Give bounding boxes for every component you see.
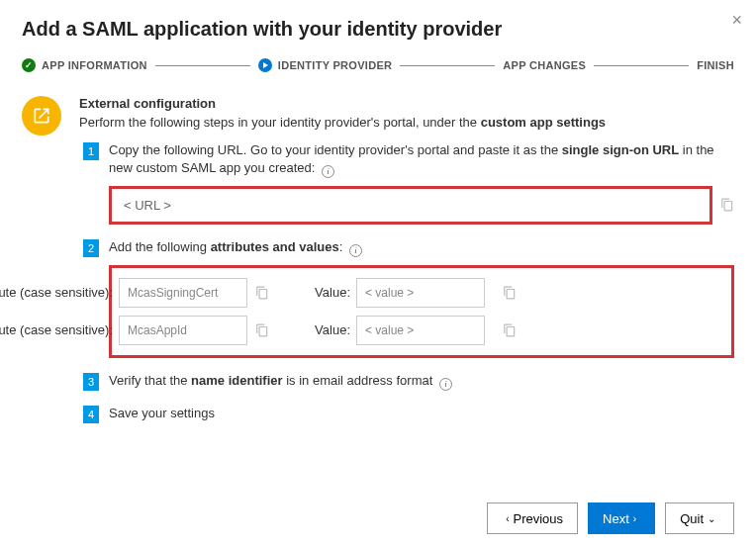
step-number-4: 4 [83, 406, 99, 423]
external-link-icon [22, 96, 61, 136]
chevron-down-icon: ⌄ [708, 513, 715, 524]
step-number-3: 3 [83, 373, 99, 391]
copy-icon[interactable] [503, 286, 517, 300]
quit-button[interactable]: Quit⌄ [665, 502, 734, 534]
attributes-block: Attribute (case sensitive): Value: Attri… [109, 265, 734, 358]
chevron-right-icon: › [633, 513, 636, 524]
divider [594, 65, 689, 66]
url-input[interactable]: < URL > [109, 186, 712, 225]
play-icon [258, 58, 272, 72]
attribute-1-input[interactable] [119, 278, 247, 308]
step-number-2: 2 [83, 239, 99, 257]
divider [400, 65, 495, 66]
step-number-1: 1 [83, 142, 99, 160]
divider [155, 65, 250, 66]
step-app-information: ✓ APP INFORMATION [22, 58, 147, 72]
attribute-label: Attribute (case sensitive): [0, 322, 119, 337]
attribute-label: Attribute (case sensitive): [0, 285, 119, 300]
next-button[interactable]: Next› [588, 502, 655, 534]
info-icon[interactable]: i [349, 244, 362, 257]
section-description: Perform the following steps in your iden… [79, 115, 734, 130]
attribute-2-input[interactable] [119, 316, 247, 345]
info-icon[interactable]: i [322, 165, 334, 178]
step-app-changes: APP CHANGES [503, 59, 586, 71]
value-1-input[interactable] [356, 278, 485, 308]
section-title: External configuration [79, 96, 734, 111]
info-icon[interactable]: i [439, 378, 452, 391]
value-2-input[interactable] [356, 316, 485, 345]
step-2-text: Add the following attributes and values:… [109, 238, 734, 257]
value-label: Value: [287, 285, 356, 300]
copy-icon[interactable] [720, 198, 734, 212]
close-icon[interactable]: × [731, 10, 742, 31]
value-label: Value: [287, 322, 356, 337]
copy-icon[interactable] [503, 323, 517, 337]
page-title: Add a SAML application with your identit… [22, 18, 734, 41]
step-4-text: Save your settings [109, 405, 734, 423]
check-icon: ✓ [22, 58, 36, 72]
previous-button[interactable]: ‹Previous [487, 502, 578, 534]
step-finish: FINISH [697, 59, 734, 71]
copy-icon[interactable] [255, 323, 269, 337]
step-identity-provider: IDENTITY PROVIDER [258, 58, 393, 72]
step-3-text: Verify that the name identifier is in em… [109, 372, 734, 391]
step-1-text: Copy the following URL. Go to your ident… [109, 141, 734, 178]
wizard-steps: ✓ APP INFORMATION IDENTITY PROVIDER APP … [22, 58, 734, 72]
chevron-left-icon: ‹ [506, 513, 509, 524]
copy-icon[interactable] [255, 286, 269, 300]
